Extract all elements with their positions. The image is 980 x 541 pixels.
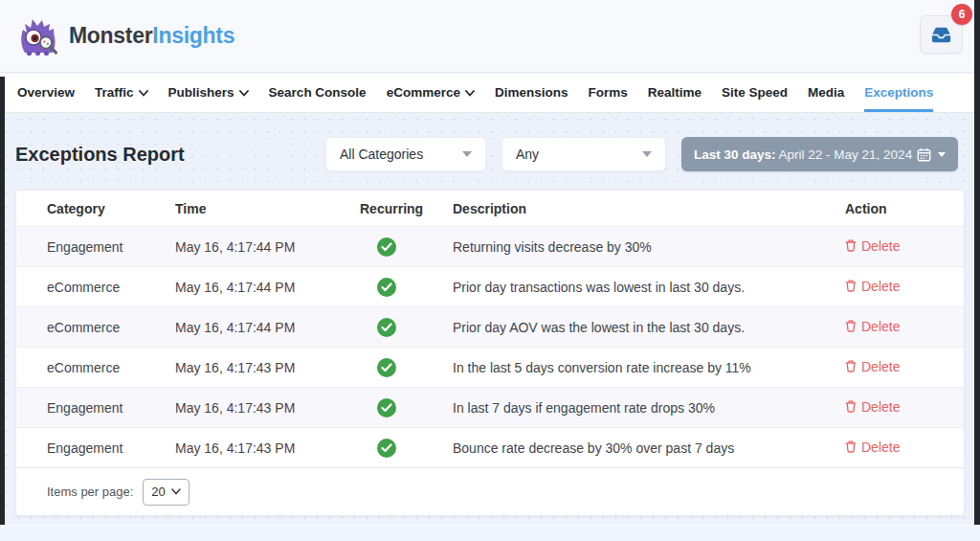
page-bottom-strip [0, 524, 980, 541]
tab-realtime[interactable]: Realtime [648, 74, 702, 112]
recurring-check-icon [377, 439, 396, 458]
delete-button[interactable]: Delete [845, 279, 900, 294]
category-filter-dropdown[interactable]: All Categories [325, 137, 486, 171]
tab-ecommerce[interactable]: eCommerce [387, 74, 475, 112]
recurring-check-icon [377, 237, 396, 257]
tab-label: Overview [17, 85, 75, 100]
chevron-down-icon [465, 90, 475, 97]
brand-word-insights: Insights [152, 23, 234, 48]
cell-category: eCommerce [47, 360, 175, 375]
monster-mascot-icon [17, 16, 59, 56]
tab-label: Traffic [95, 85, 134, 100]
items-per-page-select[interactable]: 20 [143, 479, 189, 506]
tab-publishers[interactable]: Publishers [168, 74, 249, 112]
recurring-filter-value: Any [516, 147, 539, 162]
column-header-recurring: Recurring [360, 201, 453, 216]
tab-label: Site Speed [722, 85, 788, 100]
chevron-down-icon [938, 152, 946, 157]
delete-label: Delete [861, 279, 900, 294]
brand-wordmark: MonsterInsights [69, 23, 234, 49]
top-header: MonsterInsights 6 [0, 0, 980, 73]
category-filter-value: All Categories [340, 147, 423, 162]
delete-button[interactable]: Delete [845, 238, 900, 254]
table-body: Engagement May 16, 4:17:44 PM Returning … [16, 226, 964, 467]
date-range-button[interactable]: Last 30 days: April 22 - May 21, 2024 [681, 137, 958, 171]
page-title: Exceptions Report [15, 144, 185, 166]
cell-time: May 16, 4:17:43 PM [175, 400, 360, 416]
recurring-filter-dropdown[interactable]: Any [501, 137, 666, 171]
chevron-down-icon [171, 488, 181, 495]
cell-category: Engagement [47, 440, 175, 456]
cell-time: May 16, 4:17:43 PM [175, 440, 360, 456]
column-header-time: Time [175, 201, 360, 216]
cell-time: May 16, 4:17:44 PM [175, 239, 360, 255]
table-row: eCommerce May 16, 4:17:44 PM Prior day A… [16, 306, 964, 347]
tab-exceptions[interactable]: Exceptions [864, 74, 933, 112]
tab-label: Realtime [648, 85, 702, 100]
recurring-check-icon [377, 318, 396, 337]
trash-icon [845, 320, 857, 332]
delete-label: Delete [861, 238, 900, 254]
recurring-check-icon [377, 358, 396, 377]
inbox-icon [930, 24, 952, 46]
tab-traffic[interactable]: Traffic [95, 74, 148, 112]
cell-category: eCommerce [47, 280, 175, 295]
trash-icon [845, 239, 857, 252]
trash-icon [845, 440, 857, 453]
notification-count-badge: 6 [951, 4, 972, 25]
cell-category: eCommerce [47, 320, 175, 335]
tab-site-speed[interactable]: Site Speed [722, 74, 788, 112]
table-row: eCommerce May 16, 4:17:43 PM In the last… [16, 347, 964, 387]
date-range-text: Last 30 days: April 22 - May 21, 2024 [694, 147, 912, 162]
table-row: eCommerce May 16, 4:17:44 PM Prior day t… [16, 266, 964, 306]
cell-category: Engagement [47, 239, 175, 255]
column-header-action: Action [830, 201, 929, 216]
tab-search-console[interactable]: Search Console [269, 74, 367, 112]
tab-overview[interactable]: Overview [17, 74, 75, 112]
cell-time: May 16, 4:17:44 PM [175, 280, 360, 295]
main-content: Exceptions Report All Categories Any Las… [0, 113, 980, 524]
tab-label: Forms [588, 85, 627, 100]
report-nav: Overview Traffic Publishers Search Conso… [0, 74, 980, 113]
cell-time: May 16, 4:17:44 PM [175, 320, 360, 335]
cell-time: May 16, 4:17:43 PM [175, 360, 360, 375]
trash-icon [845, 360, 857, 372]
tab-label: Media [808, 85, 844, 100]
trash-icon [845, 280, 857, 292]
chevron-down-icon [139, 90, 148, 97]
items-per-page-label: Items per page: [47, 485, 133, 499]
chevron-down-icon [462, 151, 472, 157]
column-header-description: Description [453, 201, 830, 216]
cell-description: In last 7 days if engagement rate drops … [453, 400, 830, 416]
tab-dimensions[interactable]: Dimensions [495, 74, 568, 112]
chevron-down-icon [642, 151, 652, 157]
delete-button[interactable]: Delete [845, 399, 900, 415]
delete-button[interactable]: Delete [845, 440, 900, 455]
table-footer: Items per page: 20 [16, 467, 964, 515]
calendar-icon [917, 147, 931, 162]
tab-forms[interactable]: Forms [588, 74, 627, 112]
exceptions-table: Category Time Recurring Description Acti… [15, 190, 965, 516]
delete-button[interactable]: Delete [845, 359, 900, 374]
brand-word-monster: Monster [69, 23, 152, 48]
tab-label: Search Console [269, 85, 367, 100]
app-root: MonsterInsights 6 Overview Traffic Publi… [0, 0, 980, 541]
date-button-icons [917, 147, 946, 162]
screenshot-edge-left [0, 77, 5, 525]
cell-description: Returning visits decrease by 30% [453, 239, 830, 255]
tab-label: Publishers [168, 85, 234, 100]
table-header-row: Category Time Recurring Description Acti… [16, 191, 964, 226]
chevron-down-icon [239, 90, 249, 97]
screenshot-edge-right [974, 0, 980, 525]
cell-description: Prior day transactions was lowest in las… [453, 280, 830, 295]
delete-button[interactable]: Delete [845, 319, 900, 334]
delete-label: Delete [861, 319, 900, 334]
date-range-value: April 22 - May 21, 2024 [779, 147, 913, 162]
tab-label: Exceptions [864, 85, 933, 100]
trash-icon [845, 400, 857, 413]
tab-label: Dimensions [495, 85, 568, 100]
tab-media[interactable]: Media [808, 74, 844, 112]
items-per-page-value: 20 [151, 485, 165, 499]
delete-label: Delete [861, 359, 900, 374]
table-row: Engagement May 16, 4:17:44 PM Returning … [16, 226, 964, 266]
